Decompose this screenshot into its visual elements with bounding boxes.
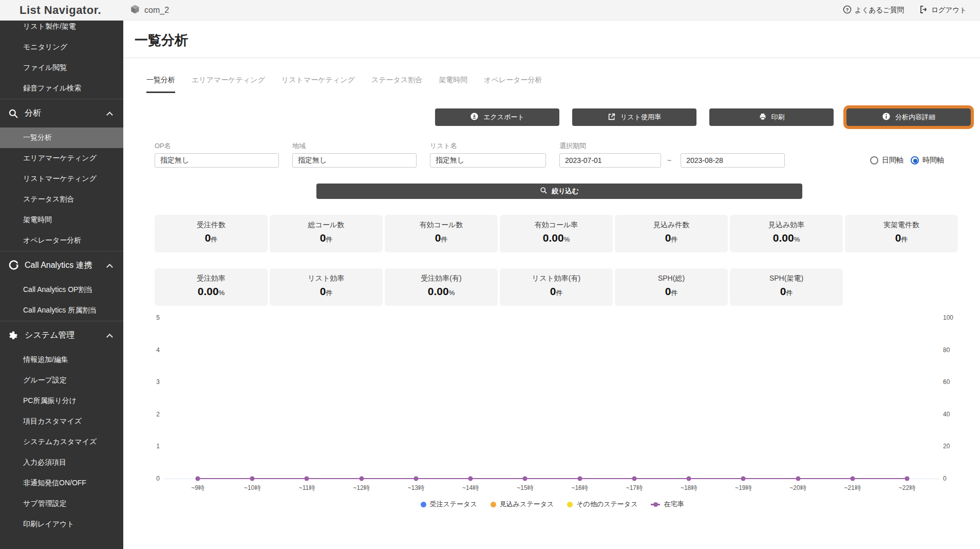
sidebar-item[interactable]: リストマーケティング bbox=[0, 169, 123, 189]
sidebar-item[interactable]: システムカスタマイズ bbox=[0, 432, 123, 452]
data-point bbox=[796, 477, 800, 481]
stat-card: 総コール数0件 bbox=[270, 215, 383, 252]
sidebar-item[interactable]: ファイル閲覧 bbox=[0, 58, 123, 78]
company-selector[interactable]: com_2 bbox=[130, 4, 169, 16]
sidebar-item[interactable]: 項目カスタマイズ bbox=[0, 411, 123, 432]
cube-icon bbox=[130, 4, 140, 16]
x-axis-label: ~13時 bbox=[408, 484, 424, 492]
stat-card: SPH(総)0件 bbox=[615, 268, 728, 306]
logout-icon bbox=[919, 5, 928, 15]
tab-item[interactable]: エリアマーケティング bbox=[192, 76, 265, 93]
x-axis-label: ~9時 bbox=[191, 484, 204, 492]
period-to-input[interactable] bbox=[681, 153, 785, 168]
sidebar-item[interactable]: 入力必須項目 bbox=[0, 452, 123, 473]
stat-label: 受注効率(有) bbox=[385, 274, 498, 283]
stat-unit: 件 bbox=[671, 289, 677, 297]
print-label: 印刷 bbox=[771, 113, 785, 122]
tab-item[interactable]: オペレーター分析 bbox=[484, 76, 542, 93]
chevron-up-icon bbox=[106, 112, 113, 118]
data-point bbox=[196, 477, 200, 481]
legend-item[interactable]: その他のステータス bbox=[567, 500, 637, 509]
sidebar-item[interactable]: PC所属振り分け bbox=[0, 391, 123, 411]
stat-card: 実架電件数0件 bbox=[845, 215, 958, 252]
stat-card: 見込み効率0.00% bbox=[730, 215, 843, 252]
page-title: 一覧分析 bbox=[135, 31, 980, 49]
period-from-input[interactable] bbox=[559, 153, 661, 168]
svg-text:?: ? bbox=[846, 7, 849, 12]
list-name-label: リスト名 bbox=[430, 141, 546, 151]
chevron-up-icon bbox=[106, 334, 113, 340]
period-label: 選択期間 bbox=[559, 141, 661, 151]
stat-value: 0.00% bbox=[500, 232, 613, 244]
y-axis-tick-right: 20 bbox=[943, 443, 950, 450]
stat-unit: % bbox=[564, 235, 570, 243]
area-input[interactable] bbox=[292, 153, 417, 168]
printer-icon bbox=[759, 113, 767, 122]
data-point bbox=[905, 477, 910, 481]
stat-label: 見込み効率 bbox=[730, 221, 843, 230]
sidebar-item[interactable]: オペレーター分析 bbox=[0, 230, 123, 251]
stat-card: リスト効率0件 bbox=[270, 268, 383, 306]
sidebar-item[interactable]: グループ設定 bbox=[0, 370, 123, 391]
stat-label: リスト効率(有) bbox=[500, 274, 613, 283]
tab-item[interactable]: 架電時間 bbox=[439, 76, 467, 93]
legend-item[interactable]: 受注ステータス bbox=[421, 500, 477, 509]
sidebar-item[interactable]: モニタリング bbox=[0, 37, 123, 58]
radio-day-label: 日間軸 bbox=[882, 156, 903, 165]
tab-item[interactable]: ステータス割合 bbox=[371, 76, 422, 93]
op-name-label: OP名 bbox=[155, 141, 279, 151]
legend-dot-marker bbox=[567, 502, 573, 507]
sidebar-section-header[interactable]: Call Analytics 連携 bbox=[0, 251, 123, 280]
print-button[interactable]: 印刷 bbox=[709, 108, 834, 126]
sidebar-item[interactable]: ステータス割合 bbox=[0, 189, 123, 210]
legend-item[interactable]: 在宅率 bbox=[651, 500, 684, 509]
stat-label: 見込み件数 bbox=[615, 221, 728, 230]
sidebar-item[interactable]: 架電時間 bbox=[0, 210, 123, 230]
export-button[interactable]: エクスポート bbox=[435, 108, 559, 126]
stat-value: 0.00% bbox=[730, 232, 843, 244]
sidebar-section-label: システム管理 bbox=[25, 330, 75, 341]
sidebar-item[interactable]: エリアマーケティング bbox=[0, 148, 123, 169]
sidebar-item[interactable]: 情報追加/編集 bbox=[0, 350, 123, 370]
x-axis-label: ~19時 bbox=[735, 484, 751, 492]
radio-hour-icon bbox=[911, 156, 919, 164]
stat-unit: 件 bbox=[786, 289, 793, 297]
filter-search-button[interactable]: 絞り込む bbox=[316, 184, 802, 199]
x-axis-label: ~16時 bbox=[571, 484, 588, 492]
sidebar-item[interactable]: 録音ファイル検索 bbox=[0, 78, 123, 99]
data-point bbox=[250, 477, 255, 481]
op-name-input[interactable] bbox=[155, 153, 279, 168]
stat-label: SPH(架電) bbox=[730, 274, 843, 283]
sidebar-item[interactable]: Call Analytics OP割当 bbox=[0, 280, 123, 300]
stat-card: 有効コール率0.00% bbox=[500, 215, 613, 252]
legend-dot-marker bbox=[491, 502, 496, 507]
y-axis-tick-left: 3 bbox=[146, 378, 160, 386]
sidebar-item[interactable]: 印刷レイアウト bbox=[0, 514, 123, 535]
sidebar-section-header[interactable]: 分析 bbox=[0, 99, 123, 127]
tab-active[interactable]: 一覧分析 bbox=[146, 76, 175, 93]
tab-item[interactable]: リストマーケティング bbox=[281, 76, 355, 93]
logout-button[interactable]: ログアウト bbox=[919, 5, 967, 15]
stat-unit: 件 bbox=[326, 235, 332, 243]
list-name-input[interactable] bbox=[430, 153, 546, 168]
y-axis-tick-right: 60 bbox=[943, 378, 950, 386]
sidebar-item[interactable]: 一覧分析 bbox=[0, 127, 123, 148]
analysis-detail-button[interactable]: 分析内容詳細 bbox=[846, 108, 971, 126]
stat-unit: % bbox=[794, 235, 800, 243]
sidebar-item[interactable]: 非通知発信ON/OFF bbox=[0, 473, 123, 493]
sidebar-section-header[interactable]: システム管理 bbox=[0, 321, 123, 350]
data-point bbox=[413, 477, 418, 481]
sidebar-item[interactable]: リスト製作/架電 bbox=[0, 21, 123, 37]
legend-item[interactable]: 見込みステータス bbox=[491, 500, 554, 509]
chevron-up-icon bbox=[106, 264, 113, 270]
chart-legend: 受注ステータス見込みステータスその他のステータス在宅率 bbox=[146, 500, 958, 509]
faq-link[interactable]: ? よくあるご質問 bbox=[843, 5, 904, 15]
list-usage-button[interactable]: リスト使用率 bbox=[572, 108, 696, 126]
radio-day-axis[interactable]: 日間軸 bbox=[870, 156, 903, 165]
search-icon bbox=[540, 187, 548, 196]
sidebar-item[interactable]: サブ管理設定 bbox=[0, 493, 123, 514]
y-axis-tick-right: 40 bbox=[943, 411, 950, 418]
radio-hour-axis[interactable]: 時間軸 bbox=[911, 156, 944, 165]
export-label: エクスポート bbox=[483, 113, 524, 122]
sidebar-item[interactable]: Call Analytics 所属割当 bbox=[0, 300, 123, 321]
